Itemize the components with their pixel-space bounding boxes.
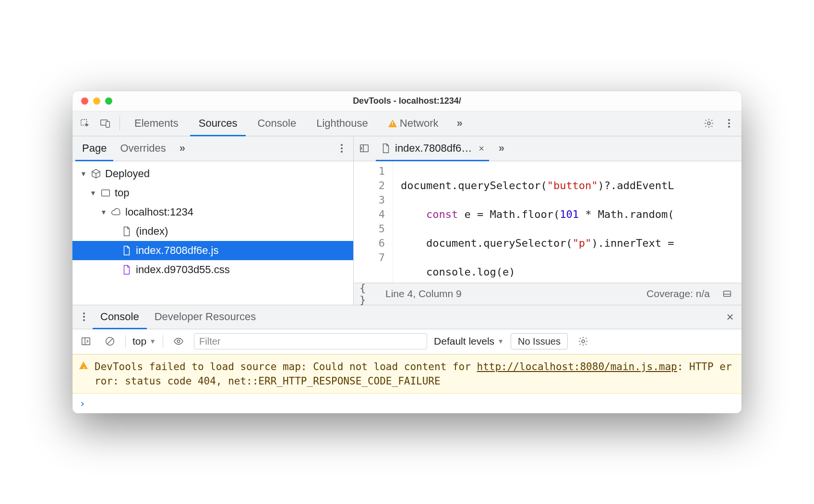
svg-line-12 (108, 339, 113, 344)
line-gutter: 1 2 3 4 5 6 7 (354, 161, 393, 283)
console-toolbar: top ▼ Filter Default levels ▼ No Issues (72, 329, 742, 354)
inspect-element-icon[interactable] (76, 115, 94, 132)
log-levels-selector[interactable]: Default levels ▼ (434, 336, 504, 347)
caret-down-icon: ▼ (100, 208, 107, 216)
window-controls (72, 97, 112, 105)
close-tab-icon[interactable]: × (476, 143, 484, 154)
tree-node-js-file[interactable]: index.7808df6e.js (72, 241, 353, 260)
tree-node-origin[interactable]: ▼ localhost:1234 (72, 203, 353, 222)
tab-network-label: Network (400, 117, 439, 130)
svg-point-14 (582, 340, 585, 343)
drawer-kebab-icon[interactable] (75, 308, 93, 325)
file-tree: ▼ Deployed ▼ top ▼ localhost:1234 (index… (72, 161, 353, 305)
tree-node-top[interactable]: ▼ top (72, 183, 353, 203)
tab-network[interactable]: Network (380, 111, 447, 136)
separator (120, 116, 120, 131)
chevron-down-icon: ▼ (149, 337, 156, 345)
line-number: 3 (357, 193, 385, 207)
console-prompt[interactable]: › (72, 394, 742, 413)
svg-rect-9 (82, 338, 90, 345)
svg-rect-4 (102, 190, 110, 196)
tree-label: localhost:1234 (125, 206, 193, 218)
warning-link[interactable]: http://localhost:8080/main.js.map (477, 361, 677, 372)
line-number: 7 (357, 251, 385, 265)
pretty-print-icon[interactable]: { } (359, 285, 377, 302)
device-toolbar-icon[interactable] (96, 115, 114, 132)
issues-button[interactable]: No Issues (511, 333, 568, 349)
editor-statusbar: { } Line 4, Column 9 Coverage: n/a (354, 283, 742, 305)
console-warning-row[interactable]: DevTools failed to load source map: Coul… (72, 354, 742, 394)
show-drawer-icon[interactable] (718, 285, 736, 302)
line-number: 1 (357, 164, 385, 179)
tab-lighthouse[interactable]: Lighthouse (308, 111, 377, 136)
tab-sources[interactable]: Sources (190, 111, 246, 136)
svg-rect-2 (106, 121, 109, 127)
warning-icon (388, 120, 397, 127)
more-tabs-button[interactable]: » (450, 115, 467, 132)
navigator-tab-overrides[interactable]: Overrides (113, 136, 172, 161)
cloud-icon (111, 207, 121, 217)
separator (125, 335, 126, 348)
svg-point-13 (177, 340, 180, 343)
devtools-window: DevTools - localhost:1234/ Elements Sour… (72, 91, 742, 413)
console-sidebar-toggle-icon[interactable] (77, 333, 95, 350)
console-output: DevTools failed to load source map: Coul… (72, 354, 742, 413)
clear-console-icon[interactable] (101, 333, 119, 350)
console-filter-input[interactable]: Filter (194, 333, 427, 349)
levels-label: Default levels (434, 336, 494, 347)
editor-area: index.7808df6… × » 1 2 3 4 5 6 7 documen… (354, 136, 742, 305)
context-label: top (132, 336, 146, 347)
issues-label: No Issues (518, 336, 561, 347)
navigator-tabs: Page Overrides » (72, 136, 353, 161)
context-selector[interactable]: top ▼ (132, 336, 156, 347)
toggle-navigator-icon[interactable] (356, 140, 373, 157)
line-number: 2 (357, 179, 385, 193)
drawer-tab-console-label: Console (100, 311, 139, 323)
navigator-tab-page[interactable]: Page (75, 136, 113, 161)
editor-tab-label: index.7808df6… (395, 142, 472, 155)
kebab-menu-icon[interactable] (720, 115, 738, 132)
tab-console[interactable]: Console (249, 111, 305, 136)
editor-tab-file[interactable]: index.7808df6… × (376, 136, 489, 161)
sources-panel: Page Overrides » ▼ Deployed ▼ top ▼ (72, 136, 742, 305)
caret-down-icon: ▼ (80, 170, 87, 178)
tab-elements[interactable]: Elements (126, 111, 187, 136)
navigator-more-tabs[interactable]: » (173, 140, 190, 157)
tree-node-index[interactable]: (index) (72, 222, 353, 241)
chevron-down-icon: ▼ (497, 337, 504, 345)
minimize-window-button[interactable] (93, 97, 100, 105)
tree-label: index.d9703d55.css (136, 264, 230, 276)
close-drawer-icon[interactable]: × (721, 308, 739, 325)
tree-label: top (115, 187, 130, 199)
tree-node-css-file[interactable]: index.d9703d55.css (72, 260, 353, 279)
frame-icon (100, 188, 111, 198)
tab-elements-label: Elements (134, 117, 179, 130)
caret-down-icon: ▼ (90, 189, 96, 197)
cube-icon (91, 168, 101, 179)
settings-icon[interactable] (700, 115, 718, 132)
tree-node-deployed[interactable]: ▼ Deployed (72, 164, 353, 183)
navigator-tab-page-label: Page (82, 142, 107, 155)
zoom-window-button[interactable] (105, 97, 112, 105)
warning-icon (79, 361, 88, 369)
tree-label: index.7808df6e.js (136, 244, 218, 257)
drawer-tab-console[interactable]: Console (93, 305, 147, 329)
code-editor[interactable]: 1 2 3 4 5 6 7 document.querySelector("bu… (354, 161, 742, 283)
close-window-button[interactable] (81, 97, 88, 105)
navigator-sidebar: Page Overrides » ▼ Deployed ▼ top ▼ (72, 136, 354, 305)
drawer-tab-devres[interactable]: Developer Resources (147, 305, 264, 329)
document-icon (381, 143, 391, 154)
live-expression-icon[interactable] (170, 333, 187, 350)
code-content: document.querySelector("button")?.addEve… (393, 161, 742, 283)
tab-sources-label: Sources (199, 117, 238, 130)
titlebar: DevTools - localhost:1234/ (72, 91, 742, 111)
filter-placeholder: Filter (199, 336, 220, 347)
svg-rect-7 (724, 291, 731, 297)
navigator-kebab-icon[interactable] (333, 140, 350, 157)
editor-more-tabs[interactable]: » (492, 140, 509, 157)
window-title: DevTools - localhost:1234/ (72, 96, 742, 106)
line-number: 4 (357, 207, 385, 222)
console-settings-icon[interactable] (575, 333, 592, 350)
tab-lighthouse-label: Lighthouse (316, 117, 368, 130)
document-icon (121, 264, 132, 275)
